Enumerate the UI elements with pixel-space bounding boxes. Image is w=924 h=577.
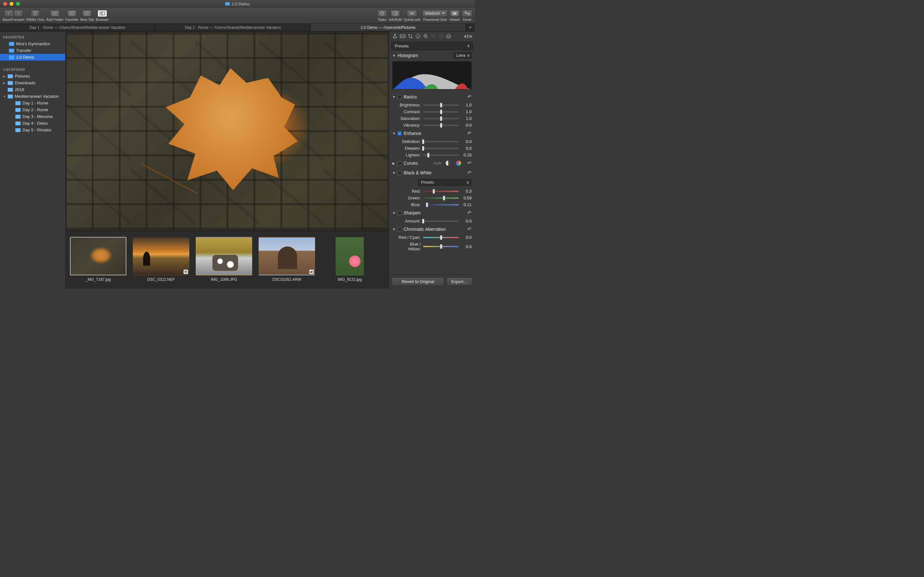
section-checkbox[interactable] bbox=[397, 211, 402, 215]
slider-knob[interactable] bbox=[422, 219, 424, 223]
sidebar-subfolder-item[interactable]: Day 4 - Delos bbox=[0, 120, 65, 127]
quicklook-button[interactable] bbox=[407, 10, 417, 17]
slider-knob[interactable] bbox=[440, 116, 442, 121]
section-checkbox[interactable] bbox=[397, 171, 402, 175]
disclosure-icon[interactable]: ▼ bbox=[393, 211, 396, 215]
adjustment-slider[interactable] bbox=[423, 141, 459, 142]
minimize-window-button[interactable] bbox=[10, 2, 13, 6]
section-basics-header[interactable]: ▼ Basics ↶ bbox=[389, 92, 475, 102]
slider-knob[interactable] bbox=[422, 146, 424, 151]
slider-knob[interactable] bbox=[440, 123, 442, 127]
adjustment-slider[interactable] bbox=[423, 237, 459, 238]
new-tab-plus-button[interactable]: ＋ bbox=[466, 24, 475, 31]
browser-button[interactable] bbox=[97, 10, 107, 17]
done-button[interactable] bbox=[462, 10, 472, 17]
section-checkbox[interactable] bbox=[397, 95, 402, 99]
disclosure-icon[interactable]: ▼ bbox=[393, 132, 396, 135]
forward-button[interactable] bbox=[14, 10, 23, 17]
image-preview[interactable] bbox=[65, 31, 389, 231]
section-bw-header[interactable]: ▼ Black & White ↶ bbox=[389, 168, 475, 177]
adjustment-slider[interactable] bbox=[423, 111, 459, 113]
zoom-in-icon[interactable] bbox=[423, 33, 429, 39]
section-checkbox[interactable] bbox=[397, 227, 402, 231]
disclosure-icon[interactable]: ▼ bbox=[393, 54, 396, 57]
thumbnail-item[interactable]: IMG_9132.jpg bbox=[321, 237, 378, 287]
fit-icon[interactable] bbox=[399, 33, 406, 39]
adjustment-slider[interactable] bbox=[423, 246, 459, 247]
adjustment-slider[interactable] bbox=[423, 191, 459, 192]
add-folder-button[interactable] bbox=[50, 10, 60, 17]
sidebar-subfolder-item[interactable]: Day 1 - Rome bbox=[0, 100, 65, 106]
thumbnail-item[interactable]: ⇄ DSC01052.ARW bbox=[258, 237, 315, 287]
slider-knob[interactable] bbox=[427, 153, 429, 157]
slider-knob[interactable] bbox=[440, 103, 442, 107]
section-chroma-header[interactable]: ▼ Chromatic Aberration ↶ bbox=[389, 224, 475, 234]
sidebar-favorite-item[interactable]: Transfer bbox=[0, 47, 65, 54]
sidebar-location-item[interactable]: ▼Mediterranean Vacation bbox=[0, 93, 65, 100]
slider-knob[interactable] bbox=[422, 139, 424, 144]
slider-knob[interactable] bbox=[440, 235, 442, 240]
info-edit-button[interactable] bbox=[391, 10, 400, 17]
sidebar-subfolder-item[interactable]: Day 2 - Rome bbox=[0, 106, 65, 113]
zoom-out-icon[interactable] bbox=[430, 33, 437, 39]
sidebar-subfolder-item[interactable]: Day 3 - Messina bbox=[0, 113, 65, 120]
histogram-mode-select[interactable]: Luma bbox=[454, 52, 472, 59]
disclosure-icon[interactable]: ▶ bbox=[393, 161, 396, 165]
section-checkbox[interactable] bbox=[397, 161, 402, 165]
tab-item[interactable]: Day 2 - Rome — /Users/Shared/Mediterrane… bbox=[155, 24, 310, 31]
section-enhance-header[interactable]: ▼ ✓ Enhance ↶ bbox=[389, 129, 475, 138]
section-sharpen-header[interactable]: ▼ Sharpen ↶ bbox=[389, 208, 475, 218]
auto-bw-icon[interactable] bbox=[446, 161, 451, 166]
section-curves-header[interactable]: ▶ Curves Auto: ↶ bbox=[389, 158, 475, 168]
thumbnail-item[interactable]: _MG_7187.jpg bbox=[70, 237, 126, 287]
zoom-actual-icon[interactable] bbox=[438, 33, 444, 39]
tab-item[interactable]: Day 1 - Rome — /Users/Shared/Mediterrane… bbox=[0, 24, 155, 31]
info-icon[interactable] bbox=[415, 33, 421, 39]
slider-knob[interactable] bbox=[440, 244, 442, 249]
crop-icon[interactable] bbox=[407, 33, 414, 39]
sidebar-location-item[interactable]: 2018 bbox=[0, 86, 65, 93]
share-icon[interactable] bbox=[392, 33, 398, 39]
thumbnail-size-select[interactable]: Medium bbox=[422, 10, 447, 17]
back-button[interactable] bbox=[4, 10, 13, 17]
adjustment-slider[interactable] bbox=[423, 118, 459, 119]
adjustment-slider[interactable] bbox=[423, 105, 459, 106]
slider-knob[interactable] bbox=[440, 110, 442, 114]
sidebar-favorite-item[interactable]: 2.0 Demo bbox=[0, 54, 65, 61]
thumbnail-item[interactable]: IMG_1099.JPG bbox=[196, 237, 252, 287]
raws-only-button[interactable] bbox=[31, 10, 40, 17]
disclosure-icon[interactable]: ▼ bbox=[393, 227, 396, 231]
adjustment-slider[interactable] bbox=[423, 221, 459, 222]
sidebar-subfolder-item[interactable]: Day 5 - Rhodes bbox=[0, 127, 65, 133]
sidebar-location-item[interactable]: ▶Downloads bbox=[0, 79, 65, 86]
sidebar-location-item[interactable]: ▶Pictures bbox=[0, 73, 65, 79]
disclosure-icon[interactable]: ▶ bbox=[3, 81, 6, 85]
reset-icon[interactable]: ↶ bbox=[467, 131, 472, 136]
new-tab-button[interactable] bbox=[82, 10, 92, 17]
adjustment-slider[interactable] bbox=[423, 155, 459, 156]
zoom-100-icon[interactable]: 100 bbox=[446, 33, 452, 39]
favorite-button[interactable] bbox=[67, 10, 77, 17]
auto-color-icon[interactable] bbox=[456, 161, 461, 166]
reset-icon[interactable]: ↶ bbox=[467, 170, 472, 176]
slider-knob[interactable] bbox=[426, 203, 428, 207]
adjustment-slider[interactable] bbox=[423, 125, 459, 126]
slider-knob[interactable] bbox=[433, 189, 435, 193]
adjustment-slider[interactable] bbox=[423, 148, 459, 149]
zoom-window-button[interactable] bbox=[16, 2, 20, 6]
revert-button[interactable]: Revert to Original bbox=[392, 277, 444, 286]
disclosure-icon[interactable]: ▶ bbox=[3, 75, 6, 78]
section-checkbox[interactable]: ✓ bbox=[397, 131, 402, 135]
sidebar-favorite-item[interactable]: Mira's Gymnastics bbox=[0, 40, 65, 47]
export-button[interactable]: Export… bbox=[447, 277, 472, 286]
adjustment-slider[interactable] bbox=[423, 204, 459, 205]
presets-dropdown[interactable]: Presets bbox=[391, 42, 473, 50]
disclosure-icon[interactable]: ▼ bbox=[3, 95, 6, 98]
tasks-button[interactable] bbox=[377, 10, 387, 17]
reset-icon[interactable]: ↶ bbox=[467, 210, 472, 216]
disclosure-icon[interactable]: ▼ bbox=[393, 171, 396, 175]
reset-icon[interactable]: ↶ bbox=[467, 94, 472, 100]
viewer-button[interactable] bbox=[449, 10, 460, 17]
reset-icon[interactable]: ↶ bbox=[467, 160, 472, 166]
bw-presets-dropdown[interactable]: Presets bbox=[418, 179, 472, 186]
